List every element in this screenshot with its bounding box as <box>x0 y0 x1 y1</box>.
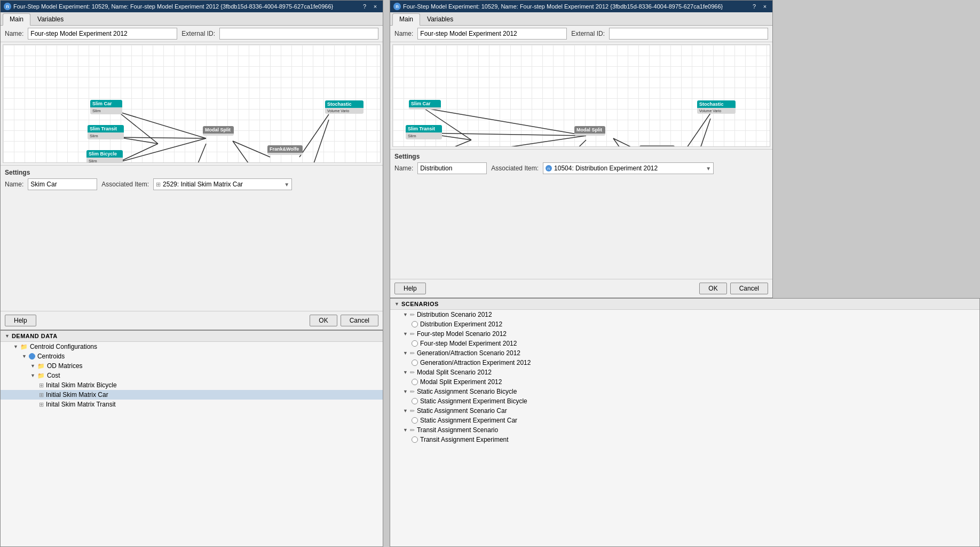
demand-data-header[interactable]: ▼ DEMAND DATA <box>1 331 383 342</box>
tree-experiment-fourstep[interactable]: Four-step Model Experiment 2012 <box>390 339 979 348</box>
label-skim-transit: Inital Skim Matrix Transit <box>46 401 116 408</box>
demand-data-title: DEMAND DATA <box>12 333 58 339</box>
right-external-id-input[interactable] <box>609 28 768 40</box>
right-close-btn[interactable]: × <box>761 3 769 10</box>
left-ok-button[interactable]: OK <box>310 315 337 326</box>
svg-line-8 <box>233 141 270 157</box>
assoc-circle-icon: n <box>546 165 552 171</box>
svg-line-6 <box>118 137 206 138</box>
left-ext-id-label: External ID: <box>181 30 215 37</box>
node-frank-wolfe-left[interactable]: Frank&Wolfe <box>267 145 303 155</box>
label-cost: Cost <box>47 372 60 379</box>
label-modalsplit-experiment: Modal Split Experiment 2012 <box>420 378 502 386</box>
label-transit-experiment: Transit Assignment Experiment <box>420 436 509 443</box>
left-assoc-dropdown[interactable]: ⊞ 2529: Initial Skim Matrix Car ▼ <box>153 178 292 190</box>
folder-icon-centroid: 📁 <box>20 343 28 350</box>
tree-scenario-distribution[interactable]: ▼ ✏ Distribution Scenario 2012 <box>390 310 979 319</box>
label-modalsplit-scenario: Modal Split Scenario 2012 <box>417 369 492 376</box>
left-settings-assoc-label: Associated Item: <box>101 181 149 188</box>
node-modal-split-left[interactable]: Modal Split <box>203 126 234 136</box>
folder-icon-cost: 📁 <box>37 372 45 379</box>
circle-icon-fourstep-exp <box>412 340 418 347</box>
node-stochastic-left[interactable]: Stochastic Volume Vario <box>325 100 363 114</box>
left-dropdown-arrow: ▼ <box>284 182 289 187</box>
chevron-fourstep-scenario: ▼ <box>403 331 408 337</box>
tree-experiment-genattr[interactable]: Generation/Attraction Experiment 2012 <box>390 358 979 368</box>
tree-item-od-matrices[interactable]: ▼ 📁 OD Matrices <box>1 361 383 371</box>
left-name-input[interactable] <box>28 28 177 40</box>
chevron-centroid-configs: ▼ <box>13 344 18 349</box>
left-external-id-input[interactable] <box>219 28 378 40</box>
tree-item-centroids[interactable]: ▼ Centroids <box>1 351 383 361</box>
tree-experiment-transit[interactable]: Transit Assignment Experiment <box>390 435 979 444</box>
tree-item-cost[interactable]: ▼ 📁 Cost <box>1 371 383 380</box>
svg-line-19 <box>423 108 586 136</box>
tree-item-skim-car[interactable]: ⊞ Initial Skim Matrix Car <box>1 390 383 400</box>
node-stochastic-right[interactable]: Stochastic Volume Vario <box>697 100 736 114</box>
left-settings-name-label: Name: <box>5 181 23 188</box>
left-footer: Help OK Cancel <box>1 311 383 330</box>
tree-experiment-distribution[interactable]: Distribution Experiment 2012 <box>390 319 979 329</box>
tree-experiment-static-car[interactable]: Static Assignment Experiment Car <box>390 416 979 425</box>
right-cancel-button[interactable]: Cancel <box>730 283 768 294</box>
left-settings: Settings Name: Associated Item: ⊞ 2529: … <box>1 165 383 193</box>
svg-line-7 <box>118 138 206 162</box>
tree-scenario-genattr[interactable]: ▼ ✏ Generation/Attraction Scenario 2012 <box>390 348 979 358</box>
node-modal-split-right[interactable]: Modal Split <box>574 126 605 136</box>
node-slim-bicycle-left[interactable]: Slim Bicycle Slim <box>86 150 123 163</box>
right-dropdown-arrow: ▼ <box>706 166 711 171</box>
svg-line-21 <box>423 136 586 146</box>
right-assoc-dropdown[interactable]: n 10504: Distribution Experiment 2012 ▼ <box>543 162 714 174</box>
demand-data-chevron: ▼ <box>5 333 10 339</box>
tree-experiment-modalsplit[interactable]: Modal Split Experiment 2012 <box>390 377 979 387</box>
right-settings-title: Settings <box>394 153 768 160</box>
left-help-button[interactable]: Help <box>5 315 36 326</box>
right-name-input[interactable] <box>417 28 567 40</box>
right-ok-button[interactable]: OK <box>699 283 726 294</box>
left-canvas-grid: Slim Car Slim Slim Transit Slim Slim Bic… <box>3 45 380 162</box>
right-help-btn[interactable]: ? <box>750 3 758 10</box>
left-close-btn[interactable]: × <box>371 3 380 10</box>
node-slim-car-left[interactable]: Slim Car Slim <box>90 100 122 114</box>
tree-scenario-static-car[interactable]: ▼ ✏ Static Assignment Scenario Car <box>390 406 979 416</box>
node-slim-transit-left[interactable]: Slim Transit Slim <box>88 125 124 139</box>
radio-icon-centroids <box>29 353 35 360</box>
tree-scenario-transit[interactable]: ▼ ✏ Transit Assignment Scenario <box>390 425 979 435</box>
tree-scenario-modalsplit[interactable]: ▼ ✏ Modal Split Scenario 2012 <box>390 368 979 377</box>
svg-line-18 <box>544 140 586 146</box>
right-window-title: Four-Step Model Experiment: 10529, Name:… <box>403 3 723 10</box>
app-icon-left: n <box>4 3 11 10</box>
right-name-bar: Name: External ID: <box>390 26 772 42</box>
circle-icon-modalsplit-exp <box>412 379 418 385</box>
tree-item-skim-transit[interactable]: ⊞ Inital Skim Matrix Transit <box>1 400 383 409</box>
left-cancel-button[interactable]: Cancel <box>341 315 378 326</box>
scenarios-chevron: ▼ <box>394 301 399 307</box>
right-settings-name-input[interactable] <box>417 162 487 174</box>
right-tab-variables[interactable]: Variables <box>420 13 460 25</box>
tree-scenario-static-bicycle[interactable]: ▼ ✏ Static Assignment Scenario Bicycle <box>390 387 979 396</box>
svg-line-5 <box>118 112 206 138</box>
tree-experiment-static-bicycle[interactable]: Static Assignment Experiment Bicycle <box>390 396 979 406</box>
left-help-btn[interactable]: ? <box>360 3 369 10</box>
chevron-distribution-scenario: ▼ <box>403 312 408 317</box>
left-settings-name-input[interactable] <box>28 178 97 190</box>
label-centroids: Centroids <box>37 353 65 360</box>
right-tab-main[interactable]: Main <box>392 13 420 26</box>
tree-item-centroid-configs[interactable]: ▼ 📁 Centroid Configurations <box>1 342 383 351</box>
scenarios-header[interactable]: ▼ SCENARIOS <box>390 299 979 310</box>
svg-line-15 <box>423 140 471 146</box>
tree-item-skim-bicycle[interactable]: ⊞ Inital Skim Matrix Bicycle <box>1 380 383 390</box>
right-help-button[interactable]: Help <box>394 283 426 294</box>
tree-scenario-fourstep[interactable]: ▼ ✏ Four-step Model Scenario 2012 <box>390 329 979 339</box>
node-slim-transit-right[interactable]: Slim Transit Slim <box>406 125 442 139</box>
node-frank-wolfe-right[interactable]: Frank&Wolfe <box>639 145 675 147</box>
left-canvas: Slim Car Slim Slim Transit Slim Slim Bic… <box>3 44 381 163</box>
left-tab-variables[interactable]: Variables <box>30 13 70 25</box>
circle-icon-transit-exp <box>412 436 418 443</box>
node-slim-car-right[interactable]: Slim Car <box>409 100 441 110</box>
chevron-static-bicycle: ▼ <box>403 389 408 394</box>
left-tab-main[interactable]: Main <box>3 13 30 26</box>
left-canvas-connections <box>3 45 380 162</box>
left-tabs-bar: Main Variables <box>1 12 383 26</box>
label-transit-scenario: Transit Assignment Scenario <box>417 426 498 434</box>
